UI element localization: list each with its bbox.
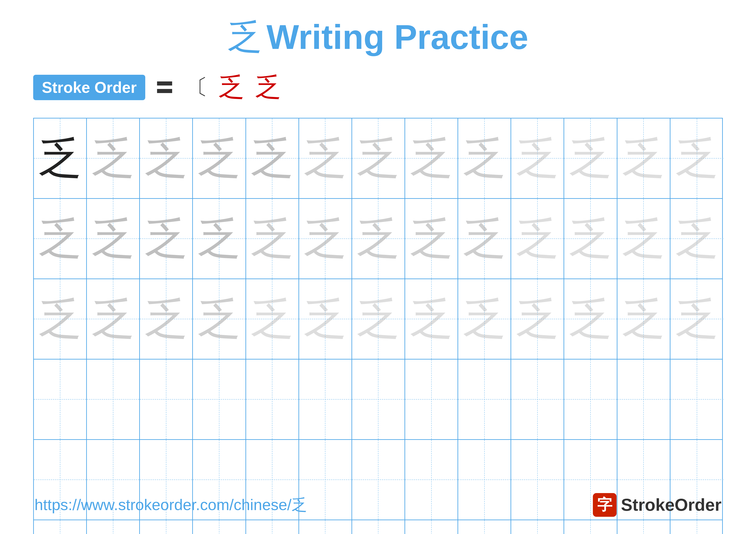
grid-row-5 bbox=[34, 520, 722, 534]
page-title: Writing Practice bbox=[266, 17, 528, 57]
stroke-2: 〔 bbox=[186, 73, 208, 102]
grid-cell-5-10[interactable] bbox=[564, 520, 617, 534]
cell-char-2-0: 乏 bbox=[39, 297, 82, 341]
grid-cell-1-9: 乏 bbox=[511, 199, 564, 279]
grid-cell-0-10: 乏 bbox=[564, 118, 617, 198]
cell-char-2-12: 乏 bbox=[675, 297, 718, 341]
grid-cell-3-7[interactable] bbox=[405, 360, 458, 439]
cell-char-0-9: 乏 bbox=[516, 137, 559, 180]
stroke-chars-container: 〓 〔 乏 乏 bbox=[154, 70, 281, 105]
grid-cell-5-6[interactable] bbox=[352, 520, 405, 534]
cell-char-2-1: 乏 bbox=[92, 297, 135, 341]
grid-cell-1-7: 乏 bbox=[405, 199, 458, 279]
cell-char-1-12: 乏 bbox=[675, 217, 718, 260]
cell-char-2-8: 乏 bbox=[463, 297, 506, 341]
grid-cell-2-12: 乏 bbox=[670, 279, 723, 359]
grid-cell-2-9: 乏 bbox=[511, 279, 564, 359]
grid-cell-2-0: 乏 bbox=[34, 279, 87, 359]
grid-cell-3-9[interactable] bbox=[511, 360, 564, 439]
footer-url[interactable]: https://www.strokeorder.com/chinese/乏 bbox=[35, 495, 307, 515]
stroke-3: 乏 bbox=[219, 70, 244, 105]
grid-cell-2-3: 乏 bbox=[193, 279, 246, 359]
cell-char-0-12: 乏 bbox=[675, 137, 718, 180]
cell-char-2-11: 乏 bbox=[622, 297, 665, 341]
stroke-4: 乏 bbox=[255, 70, 281, 105]
grid-cell-1-3: 乏 bbox=[193, 199, 246, 279]
cell-char-0-1: 乏 bbox=[92, 137, 135, 180]
grid-cell-5-0[interactable] bbox=[34, 520, 87, 534]
grid-cell-0-4: 乏 bbox=[246, 118, 299, 198]
grid-cell-0-12: 乏 bbox=[670, 118, 723, 198]
grid-cell-3-8[interactable] bbox=[458, 360, 511, 439]
grid-cell-5-7[interactable] bbox=[405, 520, 458, 534]
cell-char-2-2: 乏 bbox=[145, 297, 188, 341]
grid-cell-5-9[interactable] bbox=[511, 520, 564, 534]
cell-char-1-4: 乏 bbox=[251, 217, 294, 260]
grid-row-3 bbox=[34, 360, 722, 440]
grid-cell-2-7: 乏 bbox=[405, 279, 458, 359]
grid-cell-3-10[interactable] bbox=[564, 360, 617, 439]
grid-cell-3-0[interactable] bbox=[34, 360, 87, 439]
cell-char-1-1: 乏 bbox=[92, 217, 135, 260]
grid-cell-3-5[interactable] bbox=[299, 360, 352, 439]
grid-cell-5-5[interactable] bbox=[299, 520, 352, 534]
grid-cell-1-11: 乏 bbox=[617, 199, 670, 279]
grid-cell-3-12[interactable] bbox=[670, 360, 723, 439]
writing-grid: 乏乏乏乏乏乏乏乏乏乏乏乏乏乏乏乏乏乏乏乏乏乏乏乏乏乏乏乏乏乏乏乏乏乏乏乏乏乏乏 bbox=[33, 118, 723, 534]
grid-cell-1-6: 乏 bbox=[352, 199, 405, 279]
grid-cell-2-1: 乏 bbox=[87, 279, 140, 359]
grid-cell-3-1[interactable] bbox=[87, 360, 140, 439]
grid-cell-5-4[interactable] bbox=[246, 520, 299, 534]
grid-cell-1-1: 乏 bbox=[87, 199, 140, 279]
grid-cell-3-3[interactable] bbox=[193, 360, 246, 439]
grid-cell-1-8: 乏 bbox=[458, 199, 511, 279]
stroke-order-section: Stroke Order 〓 〔 乏 乏 bbox=[33, 70, 723, 105]
title-section: 乏 Writing Practice bbox=[228, 17, 528, 57]
cell-char-0-3: 乏 bbox=[198, 137, 241, 180]
cell-char-0-8: 乏 bbox=[463, 137, 506, 180]
grid-cell-5-1[interactable] bbox=[87, 520, 140, 534]
cell-char-0-7: 乏 bbox=[410, 137, 453, 180]
cell-char-1-0: 乏 bbox=[39, 217, 82, 260]
grid-cell-5-11[interactable] bbox=[617, 520, 670, 534]
cell-char-1-8: 乏 bbox=[463, 217, 506, 260]
grid-cell-1-0: 乏 bbox=[34, 199, 87, 279]
grid-cell-0-5: 乏 bbox=[299, 118, 352, 198]
cell-char-0-11: 乏 bbox=[622, 137, 665, 180]
grid-cell-1-5: 乏 bbox=[299, 199, 352, 279]
cell-char-1-2: 乏 bbox=[145, 217, 188, 260]
cell-char-1-6: 乏 bbox=[357, 217, 400, 260]
grid-cell-1-12: 乏 bbox=[670, 199, 723, 279]
cell-char-2-4: 乏 bbox=[251, 297, 294, 341]
grid-cell-2-4: 乏 bbox=[246, 279, 299, 359]
cell-char-2-9: 乏 bbox=[516, 297, 559, 341]
grid-cell-3-4[interactable] bbox=[246, 360, 299, 439]
grid-cell-0-9: 乏 bbox=[511, 118, 564, 198]
grid-cell-5-2[interactable] bbox=[140, 520, 193, 534]
grid-cell-3-2[interactable] bbox=[140, 360, 193, 439]
grid-cell-5-3[interactable] bbox=[193, 520, 246, 534]
grid-cell-3-6[interactable] bbox=[352, 360, 405, 439]
grid-cell-2-10: 乏 bbox=[564, 279, 617, 359]
footer-logo: 字 StrokeOrder bbox=[593, 493, 721, 517]
grid-cell-5-8[interactable] bbox=[458, 520, 511, 534]
logo-icon: 字 bbox=[593, 493, 617, 517]
grid-cell-2-2: 乏 bbox=[140, 279, 193, 359]
grid-cell-3-11[interactable] bbox=[617, 360, 670, 439]
cell-char-0-4: 乏 bbox=[251, 137, 294, 180]
grid-row-1: 乏乏乏乏乏乏乏乏乏乏乏乏乏 bbox=[34, 199, 722, 279]
grid-cell-2-5: 乏 bbox=[299, 279, 352, 359]
cell-char-0-5: 乏 bbox=[304, 137, 347, 180]
grid-cell-0-0: 乏 bbox=[34, 118, 87, 198]
grid-cell-2-6: 乏 bbox=[352, 279, 405, 359]
stroke-1: 〓 bbox=[154, 73, 176, 102]
cell-char-2-10: 乏 bbox=[569, 297, 612, 341]
grid-cell-0-11: 乏 bbox=[617, 118, 670, 198]
grid-cell-5-12[interactable] bbox=[670, 520, 723, 534]
title-chinese-char: 乏 bbox=[228, 20, 262, 54]
cell-char-0-0: 乏 bbox=[39, 137, 82, 180]
grid-cell-2-8: 乏 bbox=[458, 279, 511, 359]
grid-cell-0-1: 乏 bbox=[87, 118, 140, 198]
cell-char-2-5: 乏 bbox=[304, 297, 347, 341]
grid-cell-1-10: 乏 bbox=[564, 199, 617, 279]
